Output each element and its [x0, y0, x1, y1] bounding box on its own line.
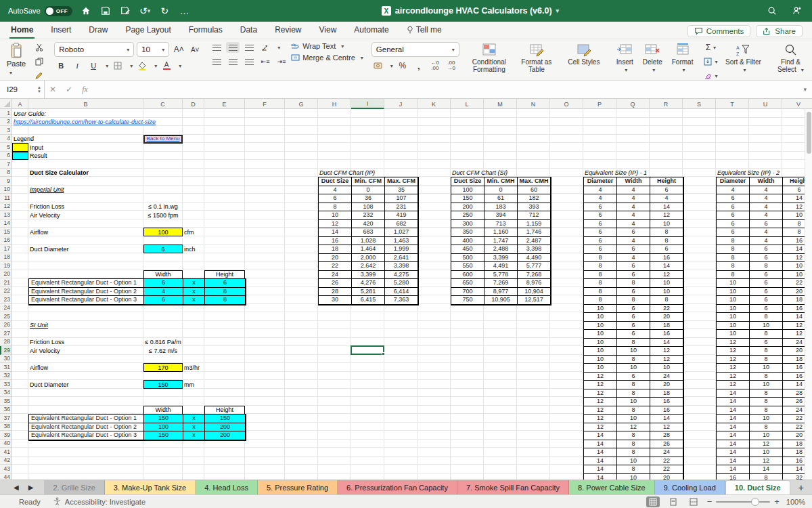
italic-button[interactable]: I — [70, 60, 84, 71]
prev-sheet-icon[interactable]: ◀ — [14, 484, 19, 491]
sheet-tab-8[interactable]: 8. Power Cable Size — [569, 480, 655, 494]
row-header-20[interactable]: 20 — [0, 270, 12, 279]
column-header-N[interactable]: N — [517, 99, 550, 109]
select-all-corner[interactable] — [0, 99, 12, 109]
row-header-6[interactable]: 6 — [0, 152, 12, 161]
fill-color-icon[interactable] — [135, 60, 149, 71]
accessibility-status[interactable]: Accessibility: Investigate — [53, 497, 145, 506]
zoom-level[interactable]: 100% — [786, 498, 805, 506]
column-header-M[interactable]: M — [484, 99, 517, 109]
row-header-41[interactable]: 41 — [0, 448, 12, 457]
insert-cells-button[interactable]: Insert ▾ — [614, 42, 636, 75]
row-header-36[interactable]: 36 — [0, 406, 12, 415]
row-header-25[interactable]: 25 — [0, 312, 12, 321]
user-guide-link[interactable]: https://aircondlounge.com/how-to-calcula… — [12, 118, 215, 127]
accounting-format-icon[interactable] — [371, 60, 385, 71]
decrease-font-icon[interactable]: A˅ — [188, 44, 202, 55]
row-headers[interactable]: 1234567891011121314151617181920212223242… — [0, 109, 12, 480]
clear-icon[interactable]: ▾ — [704, 70, 717, 81]
align-top-icon[interactable] — [210, 42, 223, 53]
page-layout-view-icon[interactable] — [667, 496, 680, 507]
sort-filter-button[interactable]: AZ Sort & Filter ▾ — [721, 42, 765, 75]
column-header-A[interactable]: A — [12, 99, 28, 109]
row-header-8[interactable]: 8 — [0, 169, 12, 177]
font-name-select[interactable]: Roboto▾ — [54, 42, 134, 57]
column-header-O[interactable]: O — [550, 99, 583, 109]
menu-tab-draw[interactable]: Draw — [87, 22, 109, 39]
column-header-L[interactable]: L — [451, 99, 484, 109]
column-header-D[interactable]: D — [183, 99, 204, 109]
menu-tab-home[interactable]: Home — [9, 22, 35, 39]
percent-style-icon[interactable]: % — [396, 60, 409, 71]
decrease-indent-icon[interactable]: ⇤≡ — [258, 56, 272, 67]
column-header-H[interactable]: H — [318, 99, 351, 109]
comma-style-icon[interactable]: , — [412, 60, 426, 71]
column-header-T[interactable]: T — [716, 99, 749, 109]
wrap-text-button[interactable]: ab Wrap Text▾ — [291, 42, 363, 50]
name-box-stepper[interactable]: ▲▼ — [37, 85, 41, 93]
row-header-35[interactable]: 35 — [0, 397, 12, 406]
number-format-select[interactable]: General▾ — [371, 42, 459, 57]
row-header-26[interactable]: 26 — [0, 321, 12, 330]
row-header-11[interactable]: 11 — [0, 194, 12, 203]
column-header-I[interactable]: I — [351, 99, 384, 109]
selection-fill-handle[interactable] — [382, 352, 385, 356]
bold-button[interactable]: B — [54, 60, 68, 71]
next-sheet-icon[interactable]: ▶ — [28, 484, 34, 491]
page-break-view-icon[interactable] — [687, 496, 700, 507]
scrollbar-thumb[interactable] — [807, 112, 811, 154]
row-header-31[interactable]: 31 — [0, 363, 12, 372]
formula-input[interactable] — [93, 81, 798, 98]
increase-indent-icon[interactable]: ⇥≡ — [275, 56, 288, 67]
format-cells-button[interactable]: Format ▾ — [669, 42, 696, 75]
underline-button[interactable]: U — [87, 60, 100, 71]
save-icon[interactable] — [99, 4, 112, 18]
undo-icon[interactable]: ↺▾ — [139, 4, 152, 18]
column-header-B[interactable]: B — [28, 99, 143, 109]
menu-tab-view[interactable]: View — [318, 22, 338, 39]
zoom-slider-thumb[interactable] — [751, 498, 759, 506]
column-header-P[interactable]: P — [583, 99, 616, 109]
menu-tab-automate[interactable]: Automate — [353, 22, 390, 39]
delete-cells-button[interactable]: Delete ▾ — [640, 42, 665, 75]
row-header-10[interactable]: 10 — [0, 186, 12, 194]
row-header-44[interactable]: 44 — [0, 473, 12, 480]
row-header-29[interactable]: 29 — [0, 346, 12, 355]
row-header-3[interactable]: 3 — [0, 126, 12, 135]
row-header-42[interactable]: 42 — [0, 457, 12, 465]
sheet-tab-9[interactable]: 9. Cooling Load — [655, 480, 725, 494]
cell-grid[interactable]: User Guide:https://aircondlounge.com/how… — [12, 109, 812, 480]
enter-icon[interactable]: ✓ — [66, 85, 72, 94]
people-icon[interactable] — [789, 4, 804, 18]
align-right-icon[interactable] — [242, 56, 256, 67]
row-header-19[interactable]: 19 — [0, 261, 12, 270]
row-header-22[interactable]: 22 — [0, 287, 12, 296]
align-middle-icon[interactable] — [226, 42, 240, 53]
column-header-J[interactable]: J — [384, 99, 418, 109]
sheet-tab-2[interactable]: 2. Grille Size — [44, 480, 104, 494]
row-header-9[interactable]: 9 — [0, 177, 12, 186]
redo-icon[interactable]: ↻ — [158, 4, 171, 18]
fx-icon[interactable]: fx — [82, 85, 88, 95]
row-header-27[interactable]: 27 — [0, 329, 12, 338]
decrease-decimal-icon[interactable]: .00→0 — [445, 60, 458, 71]
name-box[interactable]: I29 ▲▼ — [0, 81, 45, 98]
si-airflow-input[interactable]: 170 — [143, 363, 183, 372]
row-header-37[interactable]: 37 — [0, 414, 12, 423]
row-header-24[interactable]: 24 — [0, 304, 12, 313]
menu-tab-page-layout[interactable]: Page Layout — [124, 22, 172, 39]
row-header-40[interactable]: 40 — [0, 440, 12, 448]
vertical-scrollbar[interactable] — [805, 109, 812, 480]
menu-tab-data[interactable]: Data — [239, 22, 258, 39]
row-header-32[interactable]: 32 — [0, 372, 12, 381]
row-header-39[interactable]: 39 — [0, 431, 12, 440]
increase-font-icon[interactable]: A˄ — [172, 44, 185, 55]
row-header-5[interactable]: 5 — [0, 143, 12, 152]
align-left-icon[interactable] — [210, 56, 223, 67]
row-header-13[interactable]: 13 — [0, 211, 12, 219]
menu-tab-tell-me[interactable]: Tell me — [405, 22, 443, 39]
row-header-30[interactable]: 30 — [0, 355, 12, 364]
merge-centre-button[interactable]: Merge & Centre▾ — [291, 54, 363, 62]
row-header-7[interactable]: 7 — [0, 160, 12, 169]
orientation-icon[interactable]: ab — [258, 42, 272, 53]
